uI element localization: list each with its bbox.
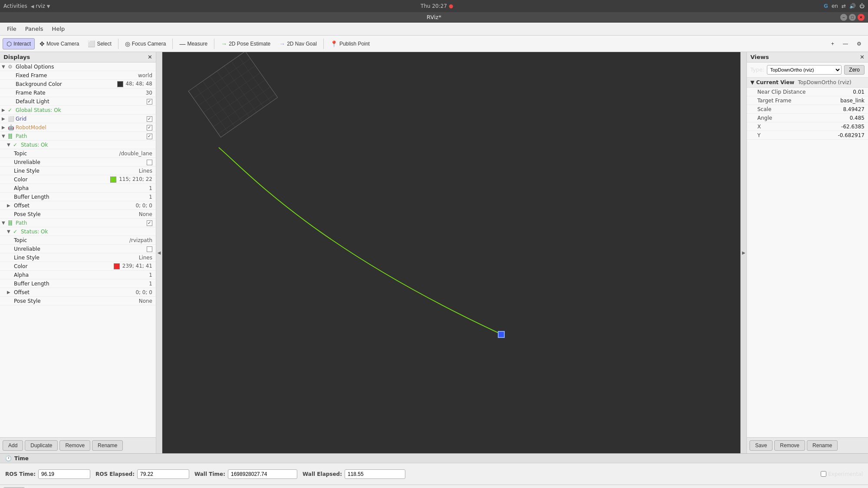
minimize-button[interactable]: – xyxy=(840,14,847,21)
ros-elapsed-input[interactable] xyxy=(137,469,189,479)
wall-time-input[interactable] xyxy=(228,469,297,479)
views-remove-button[interactable]: Remove xyxy=(774,440,805,451)
expand-global-options[interactable]: ▼ xyxy=(2,64,8,69)
tree-row-path1[interactable]: ▼ 🛤 Path xyxy=(0,132,156,141)
path2-unreliable-checkbox[interactable] xyxy=(147,246,154,252)
toolbar-extra-settings[interactable]: ⚙ xyxy=(853,39,865,49)
default-light-check[interactable] xyxy=(147,99,152,105)
rviz-viewport[interactable] xyxy=(162,52,740,453)
tree-row-path1-topic[interactable]: Topic /double_lane xyxy=(0,149,156,158)
grid-icon: ⬜ xyxy=(8,116,15,122)
expand-robot-model[interactable]: ▶ xyxy=(2,125,8,130)
views-close-icon[interactable]: ✕ xyxy=(860,54,865,60)
expand-path2[interactable]: ▼ xyxy=(2,220,8,225)
activities-label[interactable]: Activities xyxy=(3,3,27,9)
path1-check[interactable] xyxy=(147,134,152,139)
tree-row-path1-buffer-length[interactable]: Buffer Length 1 xyxy=(0,193,156,201)
path2-unreliable-check[interactable] xyxy=(147,246,152,252)
expand-path2-status[interactable]: ▼ xyxy=(7,229,13,234)
robot-model-checkbox[interactable] xyxy=(147,124,154,131)
toolbar-2d-nav-goal[interactable]: → 2D Nav Goal xyxy=(275,38,321,49)
tree-row-path2-offset[interactable]: ▶ Offset 0; 0; 0 xyxy=(0,288,156,297)
toolbar-interact[interactable]: ⬡ Interact xyxy=(3,38,35,49)
current-view-value: TopDownOrtho (rviz) xyxy=(798,79,851,85)
tree-row-default-light[interactable]: Default Light xyxy=(0,97,156,106)
displays-close-icon[interactable]: ✕ xyxy=(148,54,152,60)
tree-row-path1-unreliable[interactable]: Unreliable xyxy=(0,158,156,167)
tree-row-path2-color[interactable]: Color 239; 41; 41 xyxy=(0,262,156,271)
window-controls[interactable]: – □ ✕ xyxy=(840,14,865,21)
tree-row-fixed-frame[interactable]: Fixed Frame world xyxy=(0,71,156,80)
tree-row-path2-alpha[interactable]: Alpha 1 xyxy=(0,271,156,279)
expand-path1[interactable]: ▼ xyxy=(2,134,8,138)
views-current-view-header[interactable]: ▼ Current View TopDownOrtho (rviz) xyxy=(747,78,868,88)
wall-elapsed-group: Wall Elapsed: xyxy=(302,469,405,479)
toolbar-2d-pose-estimate[interactable]: → 2D Pose Estimate xyxy=(217,38,274,49)
path1-unreliable-check[interactable] xyxy=(147,160,152,165)
path1-checkbox[interactable] xyxy=(147,133,154,139)
path1-unreliable-checkbox[interactable] xyxy=(147,159,154,165)
left-collapse-arrow[interactable]: ◀ xyxy=(156,52,162,453)
expand-path1-status[interactable]: ▼ xyxy=(7,142,13,147)
expand-grid[interactable]: ▶ xyxy=(2,116,8,121)
tree-row-path2-pose-style[interactable]: Pose Style None xyxy=(0,297,156,305)
tree-row-robot-model[interactable]: ▶ 🤖 RobotModel xyxy=(0,123,156,132)
expand-path2-offset[interactable]: ▶ xyxy=(7,290,13,295)
tree-row-grid[interactable]: ▶ ⬜ Grid xyxy=(0,115,156,123)
views-type-select[interactable]: TopDownOrtho (rviz) xyxy=(767,65,842,75)
tree-row-path1-pose-style[interactable]: Pose Style None xyxy=(0,210,156,219)
grid-checkbox[interactable] xyxy=(147,116,154,122)
views-rename-button[interactable]: Rename xyxy=(807,440,838,451)
tree-row-path1-color[interactable]: Color 115; 210; 22 xyxy=(0,175,156,184)
close-button[interactable]: ✕ xyxy=(858,14,865,21)
duplicate-button[interactable]: Duplicate xyxy=(25,440,58,451)
remove-button[interactable]: Remove xyxy=(59,440,90,451)
toolbar-extra-minus[interactable]: — xyxy=(839,39,852,49)
tree-row-path2-buffer-length[interactable]: Buffer Length 1 xyxy=(0,279,156,288)
toolbar-measure[interactable]: — Measure xyxy=(175,38,211,49)
tree-row-path1-offset[interactable]: ▶ Offset 0; 0; 0 xyxy=(0,201,156,210)
expand-path1-offset[interactable]: ▶ xyxy=(7,203,13,208)
tree-row-path1-line-style[interactable]: Line Style Lines xyxy=(0,167,156,175)
wall-elapsed-input[interactable] xyxy=(345,469,405,479)
views-zero-button[interactable]: Zero xyxy=(844,65,865,75)
rviz-canvas[interactable] xyxy=(162,52,740,453)
menu-panels[interactable]: Panels xyxy=(22,24,47,33)
tree-row-path1-alpha[interactable]: Alpha 1 xyxy=(0,184,156,193)
path1-status-label: Status: Ok xyxy=(20,142,154,148)
toolbar-extra-plus[interactable]: + xyxy=(827,39,838,49)
menu-file[interactable]: File xyxy=(3,24,20,33)
path2-alpha-label: Alpha xyxy=(13,272,149,278)
grid-label: Grid xyxy=(15,116,147,122)
tree-row-path2-status[interactable]: ▼ ✓ Status: Ok xyxy=(0,227,156,236)
ros-time-input[interactable] xyxy=(38,469,90,479)
rename-button[interactable]: Rename xyxy=(92,440,123,451)
maximize-button[interactable]: □ xyxy=(849,14,856,21)
tree-row-path2-topic[interactable]: Topic /rvizpath xyxy=(0,236,156,245)
toolbar-select[interactable]: ⬜ Select xyxy=(84,38,115,49)
default-light-checkbox[interactable] xyxy=(147,98,154,105)
add-button[interactable]: Add xyxy=(3,440,23,451)
views-save-button[interactable]: Save xyxy=(750,440,773,451)
path2-checkbox[interactable] xyxy=(147,220,154,226)
tree-row-frame-rate[interactable]: Frame Rate 30 xyxy=(0,88,156,97)
path-overlay-svg xyxy=(162,52,740,453)
expand-global-status[interactable]: ▶ xyxy=(2,108,8,112)
tree-row-path2-unreliable[interactable]: Unreliable xyxy=(0,245,156,253)
grid-check[interactable] xyxy=(147,116,152,122)
tree-row-background-color[interactable]: Background Color 48; 48; 48 xyxy=(0,80,156,88)
tree-row-path1-status[interactable]: ▼ ✓ Status: Ok xyxy=(0,141,156,149)
experimental-checkbox[interactable] xyxy=(821,471,826,477)
path2-check[interactable] xyxy=(147,220,152,226)
toolbar-move-camera[interactable]: ✥ Move Camera xyxy=(36,38,83,49)
tree-row-path2[interactable]: ▼ 🛤 Path xyxy=(0,219,156,227)
tree-row-global-options[interactable]: ▼ ⚙ Global Options xyxy=(0,62,156,71)
sidebar-buttons: Add Duplicate Remove Rename xyxy=(0,437,156,453)
robot-model-check[interactable] xyxy=(147,125,152,131)
toolbar-focus-camera[interactable]: ◎ Focus Camera xyxy=(121,38,170,49)
menu-help[interactable]: Help xyxy=(49,24,69,33)
toolbar-publish-point[interactable]: 📍 Publish Point xyxy=(326,38,374,49)
tree-row-global-status[interactable]: ▶ ✓ Global Status: Ok xyxy=(0,106,156,115)
tree-row-path2-line-style[interactable]: Line Style Lines xyxy=(0,253,156,262)
right-collapse-arrow[interactable]: ▶ xyxy=(740,52,746,453)
